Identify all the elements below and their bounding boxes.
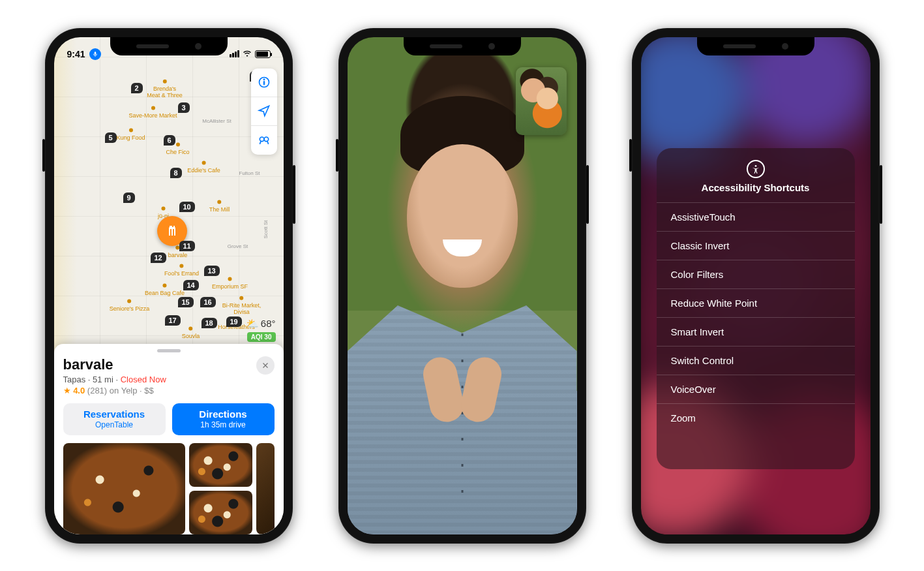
street-label: Scott St — [262, 220, 268, 238]
map-poi[interactable]: Seniore's Pizza — [110, 299, 150, 313]
place-card[interactable]: barvale Tapas · 51 mi · Closed Now ★ 4.0… — [54, 344, 284, 534]
street-label: Grove St — [228, 243, 248, 249]
phone-maps: 9:41 Brenda'sMeat & ThreeSave-Mor — [45, 28, 293, 544]
close-icon — [261, 362, 269, 369]
reservations-button[interactable]: Reservations OpenTable — [63, 403, 166, 435]
map-poi[interactable]: Eddie's Cafe — [187, 161, 220, 174]
voiceover-index-badge: 5 — [105, 132, 117, 143]
map-poi[interactable]: Bean Bag Cafe — [145, 283, 185, 297]
voiceover-index-badge: 14 — [183, 280, 199, 290]
map-poi[interactable]: The Mill — [209, 200, 230, 213]
map-poi[interactable]: Emporium SF — [212, 277, 248, 290]
cellular-icon — [230, 50, 239, 57]
shortcut-item[interactable]: Color Filters — [657, 260, 855, 288]
map-poi[interactable]: Souvla — [182, 326, 200, 340]
street-label: McAllister St — [202, 117, 231, 123]
place-rating-row: ★ 4.0 (281) on Yelp · $$ — [63, 386, 166, 395]
accessibility-icon — [747, 160, 765, 178]
place-title: barvale — [63, 356, 166, 373]
map-poi[interactable]: Brenda'sMeat & Three — [147, 79, 182, 99]
facetime-screen[interactable] — [348, 37, 577, 534]
a11y-screen: Accessibility Shortcuts AssistiveTouchCl… — [641, 37, 871, 534]
shortcut-item[interactable]: Reduce White Point — [657, 288, 855, 317]
voiceover-index-badge: 10 — [179, 202, 195, 212]
shortcut-item[interactable]: Classic Invert — [657, 231, 855, 260]
shortcut-item[interactable]: VoiceOver — [657, 375, 855, 403]
aqi-badge: AQI 30 — [247, 332, 276, 342]
voiceover-index-badge: 9 — [123, 193, 135, 203]
panel-title: Accessibility Shortcuts — [657, 182, 855, 193]
map-poi[interactable]: Save-More Market — [128, 106, 177, 119]
directions-button[interactable]: Directions 1h 35m drive — [172, 403, 275, 435]
shortcut-item[interactable]: Switch Control — [657, 346, 855, 375]
battery-icon — [255, 50, 271, 58]
close-button[interactable] — [256, 356, 275, 375]
shortcut-item[interactable]: Zoom — [657, 403, 855, 432]
map-controls — [251, 69, 277, 155]
svg-rect-1 — [263, 81, 265, 85]
shortcut-list: AssistiveTouchClassic InvertColor Filter… — [657, 202, 855, 432]
accessibility-shortcuts-panel: Accessibility Shortcuts AssistiveTouchCl… — [657, 148, 855, 469]
place-photo[interactable] — [256, 443, 275, 534]
phone-facetime — [338, 28, 586, 544]
phone-accessibility: Accessibility Shortcuts AssistiveTouchCl… — [632, 28, 880, 544]
self-view-pip[interactable] — [516, 67, 567, 135]
street-label: Fulton St — [239, 170, 260, 176]
voiceover-index-badge: 18 — [201, 318, 217, 328]
place-photo[interactable] — [189, 491, 252, 534]
drag-handle[interactable] — [157, 349, 181, 352]
voiceover-index-badge: 19 — [226, 316, 242, 327]
svg-point-2 — [263, 79, 264, 80]
voiceover-index-badge: 11 — [179, 241, 195, 251]
place-subtitle: Tapas · 51 mi · Closed Now — [63, 375, 166, 384]
wifi-icon — [242, 50, 252, 58]
voiceover-index-badge: 15 — [178, 297, 194, 307]
photo-strip[interactable] — [63, 443, 275, 534]
map-poi[interactable]: Kung Food — [116, 128, 145, 142]
voiceover-index-badge: 8 — [170, 168, 182, 178]
place-photo[interactable] — [189, 443, 252, 487]
look-around-button[interactable] — [251, 126, 277, 155]
weather-widget[interactable]: ⛅ 68° AQI 30 — [246, 318, 276, 342]
voiceover-index-badge: 3 — [178, 102, 190, 113]
cloud-sun-icon: ⛅ — [246, 318, 259, 330]
current-location-button[interactable] — [251, 97, 277, 126]
panel-header: Accessibility Shortcuts — [657, 160, 855, 202]
svg-point-4 — [264, 137, 269, 142]
place-photo[interactable] — [63, 443, 186, 534]
temperature: ⛅ 68° — [246, 318, 276, 330]
notch — [697, 37, 814, 55]
voiceover-index-badge: 2 — [131, 83, 143, 93]
svg-point-3 — [260, 137, 264, 142]
map-poi[interactable]: Bi-Rite Market,Divisa — [222, 296, 261, 316]
voiceover-index-badge: 12 — [151, 253, 166, 263]
voiceover-index-badge: 16 — [200, 297, 216, 307]
star-icon: ★ — [63, 386, 71, 395]
microphone-indicator-icon — [89, 48, 101, 60]
status-right — [230, 50, 271, 58]
notch — [404, 37, 521, 55]
status-time: 9:41 — [67, 49, 85, 59]
svg-point-5 — [754, 165, 756, 167]
maps-screen: 9:41 Brenda'sMeat & ThreeSave-Mor — [54, 37, 284, 534]
notch — [110, 37, 228, 55]
voiceover-index-badge: 6 — [164, 135, 175, 146]
map-info-button[interactable] — [251, 69, 277, 97]
shortcut-item[interactable]: AssistiveTouch — [657, 202, 855, 231]
voiceover-index-badge: 13 — [204, 266, 220, 276]
voiceover-index-badge: 17 — [165, 315, 181, 326]
shortcut-item[interactable]: Smart Invert — [657, 317, 855, 346]
map-poi[interactable]: Fool's Errand — [164, 264, 199, 277]
